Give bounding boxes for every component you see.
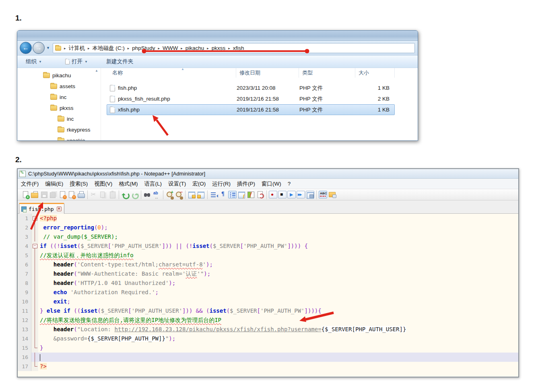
undo-icon[interactable] bbox=[121, 191, 130, 198]
spell-check-icon[interactable] bbox=[319, 191, 327, 198]
breadcrumb-separator-icon: ▸ bbox=[88, 46, 90, 50]
breadcrumb-separator-icon: ▸ bbox=[64, 46, 66, 50]
function-list-icon[interactable] bbox=[237, 191, 246, 198]
code-line-7: 7 header("WWW-Authenticate: Basic realm=… bbox=[18, 269, 518, 279]
code-text: header('Content-type:text/html;charset=u… bbox=[38, 260, 518, 269]
open-file-icon[interactable] bbox=[31, 191, 39, 198]
file-icon bbox=[110, 85, 115, 91]
column-header-3[interactable]: 大小 bbox=[355, 68, 395, 78]
macro-stop-icon[interactable] bbox=[278, 191, 287, 198]
file-rows: fish.php2023/3/11 20:08PHP 文件1 KBpkxss_f… bbox=[107, 83, 418, 115]
toolbar-group bbox=[19, 190, 88, 199]
fold-margin[interactable] bbox=[31, 241, 38, 251]
line-number: 9 bbox=[18, 288, 31, 297]
notepad-titlebar[interactable]: C:\phpStudy\WWW\pikachu\pkxss\xfish\fish… bbox=[18, 169, 518, 179]
word-wrap-icon[interactable] bbox=[210, 191, 218, 198]
close-file-icon[interactable] bbox=[58, 191, 67, 198]
sidebar-item-pikachu[interactable]: pikachu bbox=[17, 70, 101, 81]
recent-pages-dropdown-icon[interactable]: ▼ bbox=[46, 46, 50, 50]
file-size: 1 KB bbox=[356, 85, 390, 91]
file-name: fish.php bbox=[118, 85, 137, 91]
breadcrumb-item[interactable]: pkxss bbox=[212, 45, 226, 51]
file-size: 1 KB bbox=[356, 107, 390, 113]
macro-save-icon[interactable] bbox=[306, 191, 314, 198]
explorer-titlebar[interactable] bbox=[17, 31, 418, 41]
macro-record-icon[interactable] bbox=[269, 191, 277, 198]
sidebar-item-inc[interactable]: inc bbox=[17, 113, 101, 124]
sidebar-item-xcookie[interactable]: xcookie bbox=[17, 135, 101, 141]
fold-margin[interactable] bbox=[31, 214, 38, 223]
file-type: PHP 文件 bbox=[299, 106, 356, 113]
menubar-item[interactable]: 运行(R) bbox=[209, 179, 234, 189]
back-button[interactable]: ← bbox=[20, 42, 32, 54]
line-number: 8 bbox=[18, 279, 31, 288]
menubar-item[interactable]: 格式(M) bbox=[115, 179, 141, 189]
file-row[interactable]: pkxss_fish_result.php2019/12/16 21:58PHP… bbox=[107, 93, 395, 104]
sidebar-item-pkxss[interactable]: pkxss bbox=[17, 103, 101, 113]
column-header-0[interactable]: 名称 bbox=[107, 68, 236, 78]
column-header-1[interactable]: 修改日期 bbox=[236, 68, 299, 78]
sidebar-item-rkeypress[interactable]: rkeypress bbox=[17, 124, 101, 135]
sidebar-item-inc[interactable]: inc bbox=[17, 92, 101, 103]
new-file-icon[interactable] bbox=[21, 191, 30, 198]
code-editor[interactable]: 1<?php2 error_reporting(0);3 // var_dump… bbox=[18, 214, 518, 376]
menubar-item[interactable]: 语言(L) bbox=[141, 179, 165, 189]
code-line-16: 16 bbox=[18, 353, 518, 362]
breadcrumb-item[interactable]: WWW bbox=[163, 45, 178, 51]
zoom-in-icon[interactable] bbox=[165, 191, 174, 198]
tree-item-label: assets bbox=[60, 83, 75, 89]
tab-close-icon[interactable]: ✕ bbox=[57, 206, 62, 211]
document-map-icon[interactable] bbox=[247, 191, 255, 198]
sort-ascending-icon: ▲ bbox=[181, 67, 184, 71]
sync-scroll-horizontal-icon[interactable] bbox=[197, 191, 205, 198]
show-all-characters-icon[interactable] bbox=[219, 191, 227, 198]
new-folder-button[interactable]: 新建文件夹 bbox=[103, 58, 137, 65]
folder-icon bbox=[58, 138, 64, 141]
macro-play-icon[interactable] bbox=[287, 191, 296, 198]
file-row[interactable]: xfish.php2019/12/16 21:58PHP 文件1 KB bbox=[107, 104, 395, 115]
replace-icon[interactable] bbox=[153, 191, 161, 198]
breadcrumb-item[interactable]: 本地磁盘 (C:) bbox=[93, 45, 125, 52]
organize-button[interactable]: 组织▼ bbox=[22, 58, 45, 65]
forward-button[interactable]: → bbox=[33, 42, 45, 54]
find-icon[interactable] bbox=[143, 191, 152, 198]
menubar-item[interactable]: 窗口(W) bbox=[258, 179, 284, 189]
tree-scrollbar-up[interactable]: ▲ bbox=[94, 69, 99, 72]
folder-icon bbox=[43, 73, 50, 78]
file-row[interactable]: fish.php2023/3/11 20:08PHP 文件1 KB bbox=[107, 83, 395, 93]
line-number: 13 bbox=[18, 325, 31, 334]
file-size: 2 KB bbox=[356, 96, 390, 102]
indent-guide-icon[interactable] bbox=[228, 191, 237, 198]
menubar-item[interactable]: ? bbox=[284, 179, 294, 188]
paste-icon bbox=[108, 191, 117, 198]
breadcrumb-item[interactable]: xfish bbox=[233, 45, 244, 51]
menubar-item[interactable]: 视图(V) bbox=[91, 179, 115, 189]
breadcrumb-item[interactable]: pikachu bbox=[186, 45, 204, 51]
code-text: //发送认证框，并给出迷惑性的info bbox=[38, 251, 518, 260]
sidebar-item-assets[interactable]: assets bbox=[17, 81, 101, 92]
tab-fish-php[interactable]: fish.php ✕ bbox=[19, 203, 64, 214]
menubar-item[interactable]: 宏(O) bbox=[189, 179, 209, 189]
menubar-item[interactable]: 文件(F) bbox=[18, 179, 42, 189]
step-2-label: 2. bbox=[15, 155, 22, 164]
column-header-2[interactable]: 类型 bbox=[299, 68, 355, 78]
menubar-item[interactable]: 编辑(E) bbox=[42, 179, 66, 189]
line-number: 11 bbox=[18, 306, 31, 316]
macro-run-multiple-icon[interactable] bbox=[297, 191, 305, 198]
breadcrumb-item[interactable]: 计算机 bbox=[69, 45, 85, 52]
menubar-item[interactable]: 设置(T) bbox=[165, 179, 189, 189]
breadcrumb-item[interactable]: phpStudy bbox=[132, 45, 155, 51]
document-switcher-icon[interactable] bbox=[256, 191, 264, 198]
menubar-item[interactable]: 搜索(S) bbox=[66, 179, 91, 189]
sync-scroll-vertical-icon[interactable] bbox=[188, 191, 196, 198]
explorer-toolbar: 组织▼ 打开▼ 新建文件夹 bbox=[17, 56, 418, 68]
menubar-item[interactable]: 插件(P) bbox=[234, 179, 258, 189]
open-button[interactable]: 打开▼ bbox=[62, 58, 91, 65]
print-icon[interactable] bbox=[77, 191, 85, 198]
folder-as-workspace-icon[interactable] bbox=[328, 191, 336, 198]
zoom-out-icon[interactable] bbox=[175, 191, 183, 198]
redo-icon[interactable] bbox=[130, 191, 139, 198]
address-bar[interactable]: ▸计算机▸本地磁盘 (C:)▸phpStudy▸WWW▸pikachu▸pkxs… bbox=[53, 43, 415, 53]
file-name: xfish.php bbox=[118, 107, 140, 113]
close-all-icon[interactable] bbox=[68, 191, 76, 198]
